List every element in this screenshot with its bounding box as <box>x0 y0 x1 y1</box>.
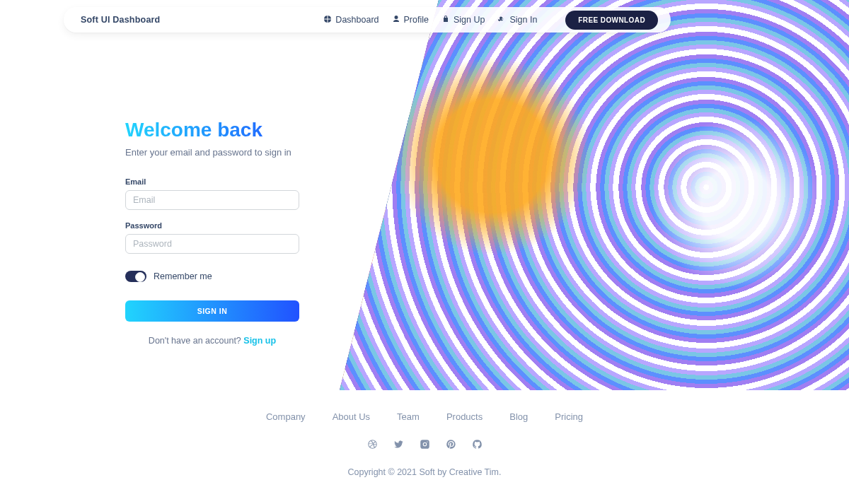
footer-link-company[interactable]: Company <box>266 411 306 422</box>
free-download-button[interactable]: FREE DOWNLOAD <box>565 11 658 30</box>
page-footer: Company About Us Team Products Blog Pric… <box>0 411 849 477</box>
footer-copyright: Copyright © 2021 Soft by Creative Tim. <box>0 467 849 477</box>
signup-prompt-text: Don't have an account? <box>149 336 243 346</box>
footer-link-products[interactable]: Products <box>446 411 483 422</box>
remember-toggle[interactable] <box>125 271 146 282</box>
hero-background <box>340 0 849 390</box>
nav-link-label: Profile <box>404 15 429 25</box>
nav-link-profile[interactable]: Profile <box>392 15 429 25</box>
remember-row: Remember me <box>125 271 299 282</box>
signup-prompt: Don't have an account? Sign up <box>125 336 299 346</box>
password-label: Password <box>125 221 299 230</box>
nav-links: Dashboard Profile Sign Up Sign In FREE D… <box>323 11 658 30</box>
nav-link-label: Sign In <box>509 15 537 25</box>
signin-form: Welcome back Enter your email and passwo… <box>125 119 299 346</box>
nav-link-dashboard[interactable]: Dashboard <box>323 15 379 25</box>
footer-link-pricing[interactable]: Pricing <box>555 411 583 422</box>
page-subtitle: Enter your email and password to sign in <box>125 147 299 158</box>
page-title: Welcome back <box>125 119 299 141</box>
nav-link-signup[interactable]: Sign Up <box>441 15 485 25</box>
instagram-icon[interactable] <box>420 439 430 452</box>
nav-link-label: Dashboard <box>335 15 379 25</box>
footer-link-about[interactable]: About Us <box>333 411 370 422</box>
twitter-icon[interactable] <box>393 439 404 452</box>
email-field[interactable] <box>125 190 299 210</box>
footer-social <box>0 439 849 452</box>
user-icon <box>392 15 400 25</box>
email-label: Email <box>125 177 299 186</box>
dribbble-icon[interactable] <box>367 439 378 452</box>
key-icon <box>497 15 506 25</box>
remember-label: Remember me <box>154 271 212 281</box>
password-field[interactable] <box>125 234 299 254</box>
nav-link-label: Sign Up <box>454 15 485 25</box>
github-icon[interactable] <box>472 439 483 452</box>
footer-link-team[interactable]: Team <box>397 411 420 422</box>
pinterest-icon[interactable] <box>446 439 456 452</box>
footer-links: Company About Us Team Products Blog Pric… <box>0 411 849 422</box>
signin-button[interactable]: SIGN IN <box>125 300 299 322</box>
nav-link-signin[interactable]: Sign In <box>497 15 537 25</box>
badge-icon <box>441 15 450 25</box>
footer-link-blog[interactable]: Blog <box>509 411 528 422</box>
brand-title: Soft UI Dashboard <box>81 15 160 25</box>
top-navbar: Soft UI Dashboard Dashboard Profile Sign… <box>64 7 671 33</box>
signup-link[interactable]: Sign up <box>243 336 276 346</box>
pie-chart-icon <box>323 15 332 25</box>
